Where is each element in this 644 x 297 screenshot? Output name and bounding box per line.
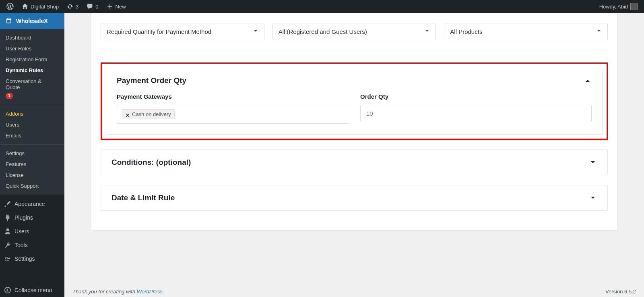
plug-icon	[4, 214, 11, 221]
updates-count: 3	[76, 4, 78, 10]
collapse-label: Collapse menu	[14, 287, 52, 293]
chevron-down-icon	[589, 194, 597, 202]
main-menu-item[interactable]: Settings	[0, 252, 64, 266]
admin-footer: Thank you for creating with WordPress. V…	[72, 289, 636, 295]
content-area: Required Quantity for Payment Method All…	[64, 13, 644, 297]
payment-gateways-label: Payment Gateways	[117, 93, 348, 100]
sidebar-item[interactable]: Users	[0, 119, 64, 130]
comment-icon	[87, 3, 93, 10]
date-limit-panel-header[interactable]: Date & Limit Rule	[101, 185, 607, 210]
collapse-icon	[4, 287, 11, 294]
sidebar-item-badge-row: 1	[0, 93, 64, 102]
date-limit-title: Date & Limit Rule	[111, 193, 175, 202]
wrench-icon	[4, 241, 11, 249]
new-link[interactable]: New	[103, 0, 129, 13]
home-icon	[22, 3, 28, 10]
site-link[interactable]: Digital Shop	[19, 0, 62, 13]
notification-badge: 1	[6, 93, 13, 99]
gateway-tag-label: Cash on delivery	[132, 111, 171, 117]
sidebar-item[interactable]: Settings	[0, 148, 64, 159]
chevron-down-icon	[252, 27, 259, 36]
plus-icon	[107, 3, 113, 10]
admin-sidebar: WholesaleX DashboardUser RolesRegistrati…	[0, 13, 64, 297]
conditions-panel-header[interactable]: Conditions: (optional)	[101, 150, 607, 175]
chevron-up-icon	[584, 77, 592, 85]
sidebar-item-label: Users	[6, 122, 19, 128]
sidebar-item[interactable]: User Roles	[0, 43, 64, 54]
account-link[interactable]: Howdy, Abid	[596, 0, 641, 13]
sidebar-item[interactable]: Dynamic Rules	[0, 65, 64, 76]
sidebar-item[interactable]: Addons	[0, 108, 64, 119]
chevron-down-icon	[589, 158, 597, 166]
sidebar-item-label: Emails	[6, 133, 21, 139]
comments-link[interactable]: 0	[83, 0, 101, 13]
annotation-highlight: Payment Order Qty Payment Gateways Cash …	[101, 62, 608, 140]
sidebar-item[interactable]: Registration Form	[0, 54, 64, 65]
sidebar-item[interactable]: Conversation & Quote	[0, 76, 64, 93]
footer-wordpress-link[interactable]: WordPress	[137, 289, 163, 295]
sidebar-item-label: Settings	[6, 150, 25, 156]
admin-toolbar: Digital Shop 3 0 New Howdy, Abid	[0, 0, 644, 13]
site-name: Digital Shop	[31, 4, 59, 10]
rule-type-value: Required Quantity for Payment Method	[101, 23, 264, 40]
gateway-tag: Cash on delivery	[122, 109, 175, 119]
main-menu-item[interactable]: Tools	[0, 238, 64, 252]
sidebar-item[interactable]: License	[0, 170, 64, 181]
main-menu-item[interactable]: Users	[0, 224, 64, 238]
conditions-panel: Conditions: (optional)	[101, 150, 608, 175]
main-menu-label: Settings	[14, 255, 35, 262]
sidebar-item-label: Conversation & Quote	[6, 78, 56, 90]
avatar	[630, 3, 638, 10]
svg-point-0	[5, 287, 10, 293]
greeting: Howdy, Abid	[599, 4, 628, 10]
payment-gateways-field: Payment Gateways Cash on delivery	[117, 93, 348, 124]
chevron-down-icon	[595, 27, 603, 36]
sidebar-item-label: User Roles	[6, 46, 31, 52]
main-menu-item[interactable]: Plugins	[0, 211, 64, 224]
sidebar-item-label: Features	[6, 161, 26, 167]
update-icon	[67, 3, 73, 10]
payment-panel-title: Payment Order Qty	[117, 76, 186, 85]
sidebar-item[interactable]: Emails	[0, 130, 64, 141]
main-menu-label: Users	[14, 228, 29, 235]
collapse-menu[interactable]: Collapse menu	[0, 283, 64, 297]
sliders-icon	[4, 255, 11, 262]
main-menu-label: Appearance	[14, 201, 45, 207]
plugin-submenu-1: DashboardUser RolesRegistration FormDyna…	[0, 29, 64, 105]
main-menu-item[interactable]: Appearance	[0, 197, 64, 211]
admin-main-menu: AppearancePluginsUsersToolsSettings	[0, 195, 64, 266]
tag-remove[interactable]	[126, 112, 130, 116]
conditions-title: Conditions: (optional)	[111, 158, 191, 167]
user-scope-select[interactable]: All (Registered and Guest Users)	[272, 23, 436, 40]
sidebar-item[interactable]: Features	[0, 159, 64, 170]
plugin-submenu-2: AddonsUsersEmails	[0, 105, 64, 144]
rule-selects-row: Required Quantity for Payment Method All…	[101, 23, 608, 40]
rule-type-select[interactable]: Required Quantity for Payment Method	[101, 23, 264, 40]
plugin-header[interactable]: WholesaleX	[0, 13, 64, 29]
comments-count: 0	[95, 4, 98, 10]
sidebar-item-label: Dashboard	[6, 35, 31, 41]
new-label: New	[116, 4, 126, 10]
footer-thanks-prefix: Thank you for creating with	[72, 289, 137, 295]
plugin-icon	[5, 17, 13, 25]
chevron-down-icon	[423, 27, 431, 36]
main-menu-label: Plugins	[14, 214, 33, 221]
sidebar-item-label: Quick Support	[6, 183, 39, 189]
payment-gateways-input[interactable]: Cash on delivery	[117, 105, 348, 124]
sidebar-item-label: Dynamic Rules	[6, 67, 43, 73]
plugin-title: WholesaleX	[16, 18, 48, 24]
wp-logo[interactable]	[3, 0, 17, 13]
sidebar-item[interactable]: Quick Support	[0, 181, 64, 191]
order-qty-input[interactable]	[360, 105, 592, 122]
sidebar-item[interactable]: Dashboard	[0, 32, 64, 43]
updates-link[interactable]: 3	[64, 0, 82, 13]
user-scope-value: All (Registered and Guest Users)	[273, 23, 436, 40]
wordpress-icon	[6, 3, 14, 10]
product-scope-select[interactable]: All Products	[444, 23, 608, 40]
payment-panel-header[interactable]: Payment Order Qty	[106, 68, 602, 93]
main-menu-label: Tools	[14, 242, 28, 248]
order-qty-label: Order Qty	[360, 93, 592, 100]
sidebar-item-label: Registration Form	[6, 56, 47, 62]
payment-order-qty-panel: Payment Order Qty Payment Gateways Cash …	[106, 68, 603, 135]
sidebar-item-label: Addons	[6, 111, 23, 117]
